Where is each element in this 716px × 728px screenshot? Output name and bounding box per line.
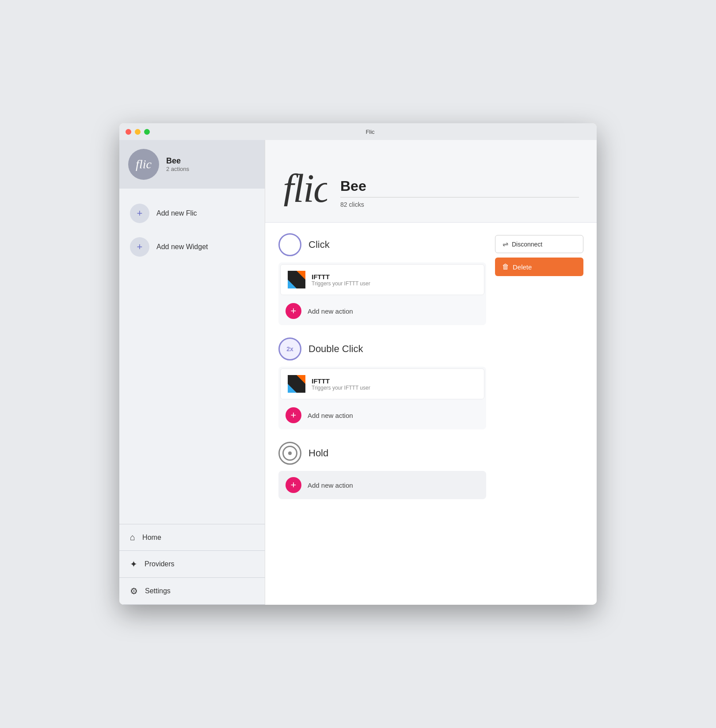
- disconnect-button[interactable]: ⇌ Disconnect: [495, 235, 583, 253]
- minimize-button[interactable]: [135, 129, 141, 135]
- click-indicator: [278, 233, 301, 256]
- click-count: 82 clicks: [340, 201, 579, 208]
- hold-action-list: + Add new action: [278, 471, 486, 499]
- ifttt-name-click: IFTTT: [312, 273, 370, 281]
- nav-settings-label: Settings: [145, 587, 171, 595]
- click-section: Click: [278, 233, 486, 325]
- ifttt-action-click[interactable]: IFTTT Triggers your IFTTT user: [280, 264, 484, 295]
- add-action-label-click: Add new action: [308, 307, 353, 315]
- actions-column: Click: [278, 233, 486, 594]
- svg-text:flic: flic: [283, 167, 327, 206]
- add-action-icon-hold: +: [286, 477, 301, 493]
- nav-home-label: Home: [142, 534, 161, 542]
- double-click-action-list: IFTTT Triggers your IFTTT user + Add new…: [278, 367, 486, 429]
- hold-dot: [288, 451, 292, 455]
- app-window: Flic flic Bee 2 actions + Add new Flic: [119, 123, 597, 605]
- add-action-double[interactable]: + Add new action: [278, 401, 486, 429]
- sidebar-item-settings[interactable]: ⚙ Settings: [119, 578, 265, 605]
- add-action-icon-double: +: [286, 407, 301, 423]
- gear-icon: ⚙: [130, 586, 138, 596]
- avatar-text: flic: [136, 157, 152, 171]
- disconnect-icon: ⇌: [503, 240, 508, 248]
- content-body: Click: [265, 223, 597, 605]
- content-header: flic Bee 82 clicks: [265, 140, 597, 223]
- add-widget-item[interactable]: + Add new Widget: [119, 231, 265, 263]
- ifttt-desc-double: Triggers your IFTTT user: [312, 385, 370, 391]
- add-action-label-hold: Add new action: [308, 482, 353, 489]
- add-action-label-double: Add new action: [308, 412, 353, 419]
- add-action-hold[interactable]: + Add new action: [278, 471, 486, 499]
- close-button[interactable]: [126, 129, 131, 135]
- header-right: Bee 82 clicks: [340, 178, 579, 212]
- hold-label: Hold: [308, 447, 328, 459]
- device-info: Bee 2 actions: [166, 156, 189, 172]
- double-click-label: Double Click: [308, 343, 363, 355]
- add-widget-label: Add new Widget: [156, 243, 208, 251]
- delete-button[interactable]: 🗑 Delete: [495, 258, 583, 276]
- flic-logo: flic: [283, 153, 327, 212]
- disconnect-label: Disconnect: [512, 241, 542, 248]
- header-device-name: Bee: [340, 178, 579, 197]
- hold-action-header: Hold: [278, 442, 486, 465]
- double-click-indicator: 2x: [278, 337, 301, 360]
- add-action-click[interactable]: + Add new action: [278, 297, 486, 325]
- main-layout: flic Bee 2 actions + Add new Flic + Add …: [119, 140, 597, 605]
- delete-icon: 🗑: [502, 263, 509, 271]
- hold-section: Hold + Add new action: [278, 442, 486, 499]
- content-area: flic Bee 82 clicks Click: [265, 140, 597, 605]
- double-click-section: 2x Double Click: [278, 337, 486, 429]
- puzzle-icon: ✦: [130, 559, 137, 569]
- add-widget-icon: +: [130, 237, 149, 257]
- ifttt-action-double[interactable]: IFTTT Triggers your IFTTT user: [280, 368, 484, 399]
- sidebar-menu: + Add new Flic + Add new Widget: [119, 189, 265, 524]
- nav-providers-label: Providers: [145, 560, 175, 568]
- add-flic-label: Add new Flic: [156, 209, 197, 217]
- device-action-count: 2 actions: [166, 166, 189, 172]
- double-text: 2x: [286, 345, 293, 353]
- maximize-button[interactable]: [144, 129, 150, 135]
- ifttt-icon-click: [288, 271, 305, 288]
- home-icon: ⌂: [130, 532, 135, 542]
- window-title: Flic: [150, 129, 590, 135]
- ifttt-name-double: IFTTT: [312, 377, 370, 385]
- hold-indicator: [278, 442, 301, 465]
- ifttt-info-click: IFTTT Triggers your IFTTT user: [312, 273, 370, 287]
- ifttt-desc-click: Triggers your IFTTT user: [312, 281, 370, 287]
- titlebar: Flic: [119, 123, 597, 140]
- sidebar: flic Bee 2 actions + Add new Flic + Add …: [119, 140, 265, 605]
- avatar: flic: [128, 149, 159, 180]
- device-name: Bee: [166, 156, 189, 166]
- sidebar-device[interactable]: flic Bee 2 actions: [119, 140, 265, 189]
- sidebar-item-providers[interactable]: ✦ Providers: [119, 551, 265, 578]
- click-action-header: Click: [278, 233, 486, 256]
- double-click-action-header: 2x Double Click: [278, 337, 486, 360]
- sidebar-item-home[interactable]: ⌂ Home: [119, 524, 265, 551]
- hold-inner-ring: [282, 446, 297, 461]
- add-action-icon-click: +: [286, 303, 301, 319]
- delete-label: Delete: [513, 263, 532, 271]
- ifttt-info-double: IFTTT Triggers your IFTTT user: [312, 377, 370, 391]
- buttons-column: ⇌ Disconnect 🗑 Delete: [495, 233, 583, 594]
- click-action-list: IFTTT Triggers your IFTTT user + Add new…: [278, 262, 486, 325]
- add-flic-icon: +: [130, 204, 149, 223]
- click-label: Click: [308, 239, 330, 250]
- sidebar-nav: ⌂ Home ✦ Providers ⚙ Settings: [119, 524, 265, 605]
- window-controls: [126, 129, 150, 135]
- add-flic-item[interactable]: + Add new Flic: [119, 197, 265, 229]
- ifttt-icon-double: [288, 375, 305, 393]
